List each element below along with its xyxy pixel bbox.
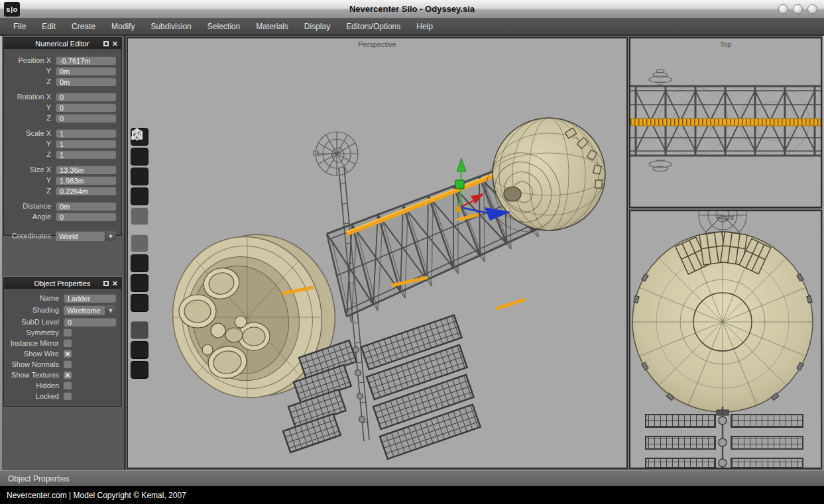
menu-create[interactable]: Create [64,19,103,34]
scale-y-input[interactable]: 1 [56,140,116,148]
field-label: Name [4,294,64,302]
shading-dropdown[interactable]: Wireframe ▼ [64,305,116,315]
dish-antenna-wireframe[interactable] [314,132,358,176]
footer-text: Nevercenter.com | Model Copyright © Kema… [0,491,186,500]
field-label: Y [4,103,56,111]
menu-selection[interactable]: Selection [200,19,248,34]
coordinates-value: World [56,232,105,241]
scale-x-input[interactable]: 1 [56,129,116,138]
left-sidebar: Numerical Editor ✕ Position X-0.7617m Y0… [2,36,125,470]
field-label: Shading [4,306,64,314]
scale-z-input[interactable]: 1 [56,150,116,159]
menu-materials[interactable]: Materials [248,19,296,34]
panel-title: Object Properties [4,279,103,287]
right-viewport[interactable]: Right [629,210,822,469]
locked-checkbox[interactable] [64,392,72,400]
status-text: Object Properties [0,474,70,483]
menu-help[interactable]: Help [408,19,441,34]
position-x-input[interactable]: -0.7617m [56,56,116,65]
position-z-input[interactable]: 0m [56,77,116,86]
spacecraft-wireframe-scene [128,38,626,468]
panel-close-icon[interactable]: ✕ [112,41,118,46]
size-x-input[interactable]: 13.36m [56,166,116,174]
coordinates-dropdown[interactable]: World ▼ [56,231,116,241]
perspective-viewport[interactable]: Perspective [127,37,628,469]
name-input[interactable]: Ladder [64,294,116,303]
size-y-input[interactable]: 1.983m [56,176,116,185]
panel-maximize-icon[interactable] [103,281,109,286]
field-label: Locked [4,392,64,400]
rotation-z-input[interactable]: 0 [56,114,116,123]
numerical-editor-panel: Numerical Editor ✕ Position X-0.7617m Y0… [3,37,122,236]
rotation-y-input[interactable]: 0 [56,103,116,112]
object-properties-titlebar[interactable]: Object Properties ✕ [4,277,121,289]
field-label: Y [4,176,56,184]
chevron-down-icon[interactable]: ▼ [105,306,116,315]
size-z-input[interactable]: 0.2264m [56,187,116,195]
menu-modify[interactable]: Modify [103,19,143,34]
field-label: Distance [4,202,56,210]
top-view-wireframe [630,38,821,207]
scale-tool-button[interactable] [131,274,148,292]
edge-mode-button[interactable] [131,148,148,166]
menu-edit[interactable]: Edit [34,19,64,34]
object-mode-button[interactable] [131,207,148,225]
field-label: Instance Mirror [4,339,64,347]
shading-value: Wireframe [64,306,105,315]
menu-subdivision[interactable]: Subdivision [143,19,199,34]
field-label: Show Normals [4,360,64,368]
show-wire-checkbox[interactable]: ✕ [64,350,72,358]
rotate-tool-button[interactable] [131,254,148,272]
window-controls [778,4,817,14]
rect-select-button[interactable] [131,341,148,359]
field-label: SubD Level [4,318,64,326]
right-view-solar-panels[interactable] [646,407,803,468]
multiselect-mode-button[interactable] [131,187,148,205]
field-label: Z [4,114,56,122]
instance-mirror-checkbox[interactable] [64,339,72,347]
lasso-select-button[interactable] [131,361,148,379]
face-mode-button[interactable] [131,168,148,185]
symmetry-checkbox[interactable] [64,328,72,336]
minimize-button[interactable] [778,4,788,14]
menu-file[interactable]: File [5,19,34,34]
menu-editors-options[interactable]: Editors/Options [338,19,408,34]
field-label: Y [4,67,56,75]
freeform-select-button[interactable] [131,321,148,339]
panel-maximize-icon[interactable] [103,41,109,46]
field-label: Z [4,187,56,195]
right-view-sphere[interactable] [632,232,813,415]
top-viewport[interactable]: Top [629,37,822,208]
move-tool-button[interactable] [131,234,148,252]
title-bar[interactable]: s|o Nevercenter Silo - Odyssey.sia [0,0,824,19]
field-label: Position X [4,56,56,64]
field-label: Hidden [4,381,64,389]
subd-level-input[interactable]: 0 [64,318,116,327]
lasso-select-icon [131,128,143,140]
angle-input[interactable]: 0 [56,213,116,221]
field-label: Symmetry [4,328,64,336]
maximize-button[interactable] [793,4,803,14]
field-label: Angle [4,213,56,221]
panel-close-icon[interactable]: ✕ [112,281,118,286]
close-button[interactable] [807,4,817,14]
top-view-ladder[interactable] [630,119,821,126]
position-y-input[interactable]: 0m [56,67,116,76]
field-label: Rotation X [4,93,56,101]
universal-manipulator-button[interactable] [131,294,148,312]
menu-display[interactable]: Display [296,19,338,34]
numerical-editor-titlebar[interactable]: Numerical Editor ✕ [4,38,121,49]
distance-input[interactable]: 0m [56,202,116,211]
right-view-wireframe [630,211,821,468]
object-properties-panel: Object Properties ✕ NameLadder Shading W… [3,277,122,407]
rotation-x-input[interactable]: 0 [56,93,116,101]
chevron-down-icon[interactable]: ▼ [105,232,116,241]
show-textures-checkbox[interactable]: ✕ [64,371,72,379]
field-label: Z [4,150,56,158]
field-label: Show Wire [4,350,64,358]
hidden-checkbox[interactable] [64,381,72,389]
show-normals-checkbox[interactable] [64,360,72,368]
menu-bar: File Edit Create Modify Subdivision Sele… [0,19,824,36]
viewport-tool-column [131,128,150,381]
footer-credit-bar: Nevercenter.com | Model Copyright © Kema… [0,486,824,504]
